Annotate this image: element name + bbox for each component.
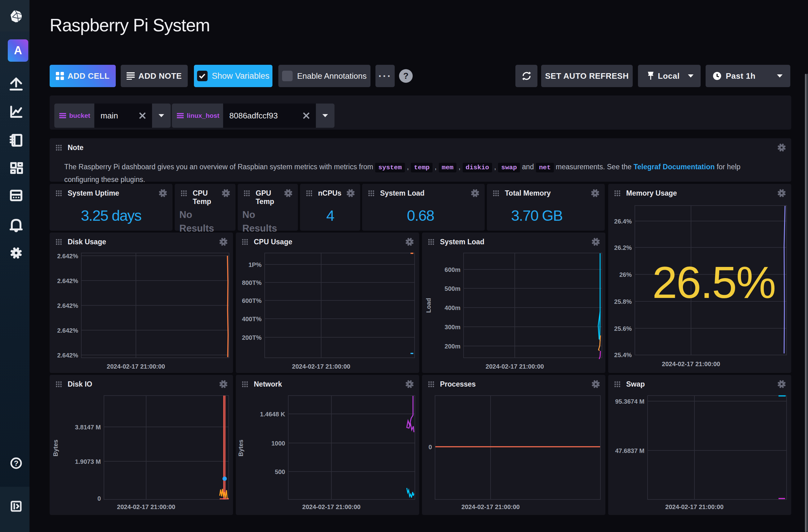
svg-text:Temp: Temp: [256, 197, 274, 206]
svg-text:3.70 GB: 3.70 GB: [511, 207, 563, 224]
svg-text:26.4%: 26.4%: [614, 218, 632, 225]
svg-text:2024-02-17 21:00:00: 2024-02-17 21:00:00: [665, 504, 723, 510]
svg-text:2.642%: 2.642%: [57, 352, 78, 359]
svg-text:Network: Network: [254, 380, 282, 388]
svg-text:GPU: GPU: [256, 189, 271, 197]
svg-text:600T%: 600T%: [242, 297, 262, 304]
svg-text:3.25 days: 3.25 days: [81, 207, 142, 224]
svg-text:0: 0: [97, 495, 101, 502]
svg-text:25.4%: 25.4%: [614, 352, 632, 358]
svg-text:Total Memory: Total Memory: [505, 189, 551, 197]
svg-text:Disk Usage: Disk Usage: [68, 238, 106, 246]
svg-text:Results: Results: [179, 223, 214, 234]
svg-text:Load: Load: [425, 298, 432, 313]
svg-text:1P%: 1P%: [249, 261, 261, 268]
svg-text:25.6%: 25.6%: [614, 325, 632, 332]
svg-text:0: 0: [428, 444, 432, 451]
svg-text:1.4648 K: 1.4648 K: [260, 411, 286, 418]
svg-text:2024-02-17 21:00:00: 2024-02-17 21:00:00: [292, 363, 350, 370]
svg-text:?: ?: [14, 459, 19, 468]
svg-text:4: 4: [326, 207, 334, 224]
svg-text:2.642%: 2.642%: [57, 253, 78, 260]
svg-text:1.9073 M: 1.9073 M: [75, 458, 101, 465]
svg-text:2024-02-17 21:00:00: 2024-02-17 21:00:00: [302, 504, 361, 510]
svg-text:Swap: Swap: [626, 380, 645, 388]
svg-text:2024-02-17 21:00:00: 2024-02-17 21:00:00: [485, 363, 544, 370]
svg-text:95.3674 M: 95.3674 M: [615, 398, 644, 405]
svg-text:System Load: System Load: [440, 238, 484, 246]
svg-text:Processes: Processes: [440, 380, 476, 388]
svg-text:47.6837 M: 47.6837 M: [615, 448, 644, 454]
svg-text:26.5%: 26.5%: [652, 257, 775, 307]
svg-text:CPU Usage: CPU Usage: [254, 238, 292, 246]
svg-text:2024-02-17 21:00:00: 2024-02-17 21:00:00: [662, 361, 720, 367]
svg-text:2024-02-17 21:00:00: 2024-02-17 21:00:00: [107, 363, 165, 370]
svg-text:400m: 400m: [445, 304, 460, 311]
svg-text:Bytes: Bytes: [237, 440, 244, 456]
svg-text:400T%: 400T%: [242, 316, 262, 322]
svg-text:300m: 300m: [445, 324, 460, 330]
svg-text:2.642%: 2.642%: [57, 327, 78, 334]
svg-text:600m: 600m: [445, 266, 460, 273]
svg-text:nCPUs: nCPUs: [318, 189, 341, 197]
svg-text:26%: 26%: [619, 271, 632, 278]
svg-text:2.642%: 2.642%: [57, 302, 78, 309]
svg-text:26.2%: 26.2%: [614, 244, 632, 251]
svg-text:3.8147 M: 3.8147 M: [75, 424, 101, 431]
svg-text:0.68: 0.68: [407, 207, 434, 224]
svg-text:200m: 200m: [445, 343, 460, 350]
svg-text:Memory Usage: Memory Usage: [626, 189, 677, 197]
svg-text:Disk IO: Disk IO: [68, 380, 92, 388]
svg-text:Note: Note: [68, 144, 84, 152]
svg-text:System Uptime: System Uptime: [68, 189, 119, 197]
svg-text:No: No: [242, 209, 255, 220]
svg-text:200T%: 200T%: [242, 334, 262, 341]
svg-text:Results: Results: [242, 223, 277, 234]
svg-text:25.8%: 25.8%: [614, 298, 632, 305]
svg-text:2024-02-17 21:00:00: 2024-02-17 21:00:00: [461, 504, 520, 510]
svg-text:No: No: [179, 209, 192, 220]
svg-text:Temp: Temp: [193, 197, 211, 206]
svg-text:500: 500: [275, 469, 285, 475]
svg-text:Bytes: Bytes: [52, 440, 59, 456]
svg-text:500m: 500m: [445, 285, 460, 292]
svg-text:System Load: System Load: [380, 189, 424, 197]
svg-text:CPU: CPU: [193, 189, 208, 197]
svg-text:1000: 1000: [272, 440, 286, 447]
svg-text:2.642%: 2.642%: [57, 278, 78, 284]
svg-text:800T%: 800T%: [242, 279, 262, 286]
svg-text:2024-02-17 21:00:00: 2024-02-17 21:00:00: [117, 504, 175, 510]
